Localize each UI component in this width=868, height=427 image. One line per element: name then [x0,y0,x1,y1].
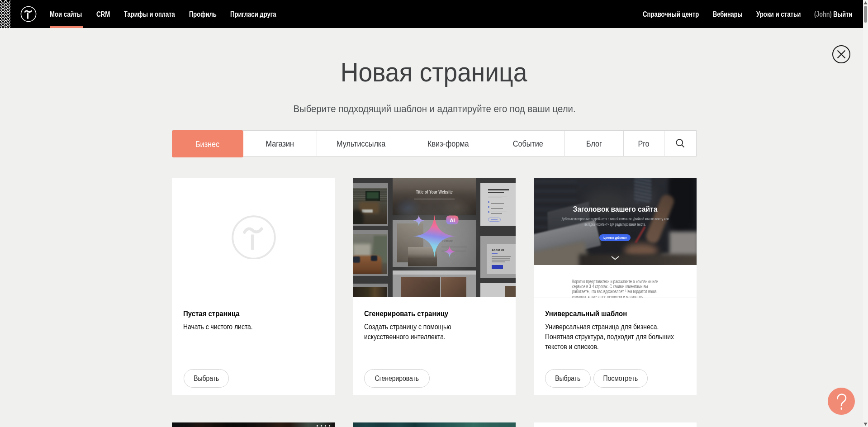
svg-text:AI: AI [450,218,455,223]
